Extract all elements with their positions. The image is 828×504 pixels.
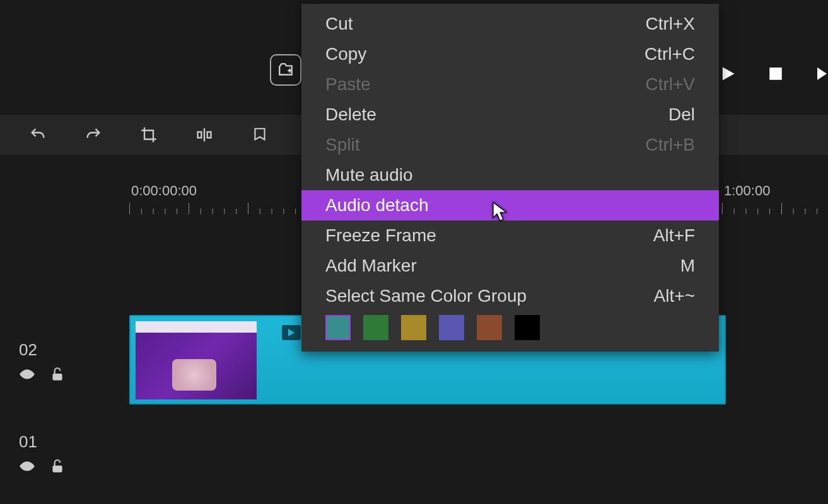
menu-item-paste: PasteCtrl+V xyxy=(301,69,719,100)
mouse-cursor-icon xyxy=(492,202,508,226)
svg-rect-5 xyxy=(198,132,202,137)
track-head-02: 02 xyxy=(19,340,82,385)
color-swatch[interactable] xyxy=(515,315,540,340)
video-icon xyxy=(282,325,301,340)
color-swatch[interactable] xyxy=(325,315,351,340)
menu-item-audio-detach[interactable]: Audio detach xyxy=(301,190,719,220)
crop-button[interactable] xyxy=(136,122,161,147)
menu-item-copy[interactable]: CopyCtrl+C xyxy=(301,39,719,69)
marker-button[interactable] xyxy=(247,122,272,147)
visibility-toggle-icon[interactable] xyxy=(19,366,35,385)
clip-thumbnail xyxy=(136,321,257,399)
menu-item-split: SplitCtrl+B xyxy=(301,130,719,160)
menu-item-add-marker[interactable]: Add MarkerM xyxy=(301,251,719,281)
stop-button[interactable] xyxy=(765,63,786,84)
ruler-time-start: 0:00:00:00 xyxy=(131,183,197,199)
menu-item-cut[interactable]: CutCtrl+X xyxy=(301,9,719,39)
playback-controls xyxy=(717,63,828,84)
svg-rect-6 xyxy=(207,132,211,137)
svg-point-8 xyxy=(25,372,30,377)
menu-item-mute-audio[interactable]: Mute audio xyxy=(301,160,719,190)
next-frame-button[interactable] xyxy=(813,63,828,84)
split-button[interactable] xyxy=(192,122,217,147)
color-swatch[interactable] xyxy=(363,315,388,340)
redo-button[interactable] xyxy=(81,122,106,147)
svg-rect-11 xyxy=(52,466,62,472)
color-swatch[interactable] xyxy=(401,315,426,340)
visibility-toggle-icon[interactable] xyxy=(19,458,35,477)
svg-point-10 xyxy=(25,464,30,469)
svg-rect-9 xyxy=(52,374,62,381)
color-swatch[interactable] xyxy=(477,315,502,340)
track-number: 02 xyxy=(19,340,82,360)
color-swatch[interactable] xyxy=(439,315,464,340)
menu-item-select-same-color[interactable]: Select Same Color GroupAlt+~ xyxy=(301,281,719,311)
menu-item-delete[interactable]: DeleteDel xyxy=(301,100,719,130)
play-button[interactable] xyxy=(717,63,738,84)
clip-context-menu: CutCtrl+X CopyCtrl+C PasteCtrl+V DeleteD… xyxy=(301,4,719,352)
menu-item-freeze-frame[interactable]: Freeze FrameAlt+F xyxy=(301,220,719,251)
lock-toggle-icon[interactable] xyxy=(49,366,66,385)
import-media-button[interactable] xyxy=(270,54,301,86)
track-head-01: 01 xyxy=(19,432,82,477)
color-swatch-row xyxy=(301,311,719,343)
lock-toggle-icon[interactable] xyxy=(49,458,66,477)
svg-rect-2 xyxy=(769,67,782,80)
track-number: 01 xyxy=(19,432,82,452)
undo-button[interactable] xyxy=(25,122,50,147)
ruler-time-end: 1:00:00 xyxy=(724,183,770,199)
